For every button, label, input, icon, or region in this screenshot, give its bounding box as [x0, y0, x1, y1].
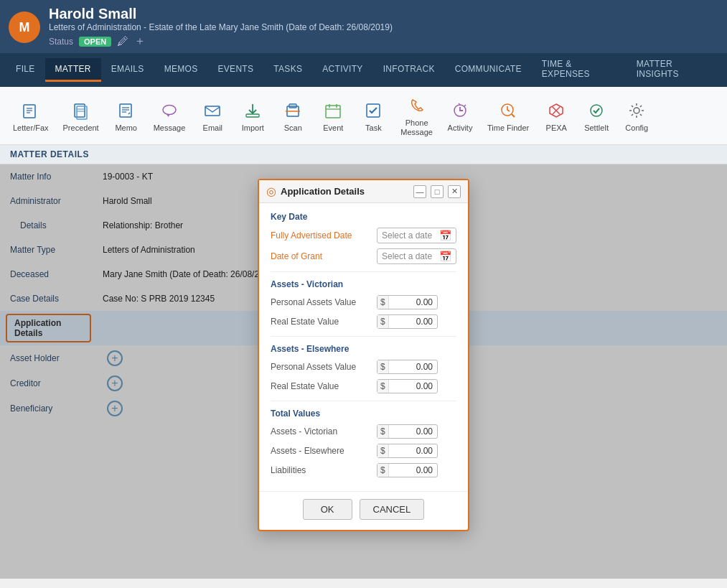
- activity-icon: [449, 99, 472, 122]
- app-title: Harold Small: [49, 6, 393, 22]
- divider-1: [271, 271, 456, 272]
- currency-symbol-2: $: [377, 315, 389, 328]
- nav-time-expenses[interactable]: TIME & EXPENSES: [532, 53, 627, 87]
- app-header: M Harold Small Letters of Administration…: [0, 0, 727, 53]
- total-else-row: Assets - Elsewhere $ 0.00: [271, 444, 456, 458]
- vic-personal-assets-row: Personal Assets Value $ 0.00: [271, 295, 456, 309]
- svg-rect-15: [246, 114, 259, 117]
- settleit-button[interactable]: SettleIt: [578, 96, 615, 136]
- total-else-label: Assets - Elsewhere: [271, 446, 377, 456]
- else-real-estate-value: 0.00: [389, 380, 437, 393]
- modal-titlebar: ◎ Application Details — □ ✕: [259, 180, 468, 203]
- section-title: MATTER DETAILS: [0, 145, 727, 164]
- modal-overlay: ◎ Application Details — □ ✕ Key Date Ful…: [0, 164, 727, 579]
- status-label: Status: [49, 37, 73, 47]
- config-button[interactable]: Config: [618, 96, 655, 136]
- scan-icon: [281, 99, 304, 122]
- else-personal-assets-row: Personal Assets Value $ 0.00: [271, 360, 456, 374]
- edit-icon[interactable]: 🖉: [117, 35, 128, 48]
- nav-file[interactable]: FILE: [6, 58, 45, 82]
- settleit-label: SettleIt: [584, 123, 609, 133]
- nav-matter[interactable]: MATTER: [45, 58, 101, 82]
- task-icon: [362, 99, 385, 122]
- time-finder-button[interactable]: Time Finder: [482, 96, 535, 136]
- nav-events[interactable]: EVENTS: [207, 58, 263, 82]
- ok-button[interactable]: OK: [303, 499, 352, 520]
- else-personal-assets-input[interactable]: $ 0.00: [377, 360, 438, 374]
- modal-maximize-button[interactable]: □: [431, 185, 444, 198]
- pexa-icon: [545, 99, 568, 122]
- svg-rect-8: [120, 104, 131, 117]
- liabilities-label: Liabilities: [271, 465, 377, 475]
- memo-label: Memo: [115, 123, 137, 133]
- total-else-value: 0.00: [389, 444, 437, 457]
- vic-real-estate-input[interactable]: $ 0.00: [377, 314, 438, 329]
- else-real-estate-input[interactable]: $ 0.00: [377, 379, 438, 393]
- total-values-section-label: Total Values: [271, 409, 456, 419]
- phone-message-button[interactable]: PhoneMessage: [395, 91, 438, 140]
- svg-rect-14: [205, 106, 220, 116]
- precedent-icon: [70, 99, 93, 122]
- letter-fax-label: Letter/Fax: [13, 123, 49, 133]
- app-title-block: Harold Small Letters of Administration -…: [49, 6, 393, 49]
- modal-title-left: ◎ Application Details: [266, 185, 365, 198]
- matter-content: Matter Info 19-0003 - KT Administrator H…: [0, 164, 727, 579]
- currency-symbol-4: $: [377, 380, 389, 393]
- email-button[interactable]: Email: [194, 96, 231, 136]
- config-label: Config: [625, 123, 648, 133]
- else-real-estate-label: Real Estate Value: [271, 381, 377, 391]
- config-icon: [625, 99, 648, 122]
- liabilities-row: Liabilities $ 0.00: [271, 463, 456, 477]
- message-button[interactable]: Message: [148, 96, 192, 136]
- pexa-label: PEXA: [546, 123, 567, 133]
- vic-real-estate-row: Real Estate Value $ 0.00: [271, 314, 456, 329]
- calendar-icon-2[interactable]: 📅: [439, 251, 451, 262]
- pexa-button[interactable]: PEXA: [538, 96, 575, 136]
- memo-button[interactable]: Memo: [108, 96, 145, 136]
- time-finder-label: Time Finder: [487, 123, 529, 133]
- import-icon: [241, 99, 264, 122]
- nav-emails[interactable]: EMAILS: [101, 58, 154, 82]
- app-subtitle: Letters of Administration - Estate of th…: [49, 22, 393, 32]
- scan-button[interactable]: Scan: [274, 96, 311, 136]
- svg-line-26: [512, 114, 515, 117]
- nav-tasks[interactable]: TASKS: [263, 58, 312, 82]
- nav-memos[interactable]: MEMOS: [154, 58, 208, 82]
- calendar-icon-1[interactable]: 📅: [439, 230, 451, 241]
- date-of-grant-input[interactable]: Select a date 📅: [377, 248, 456, 264]
- task-button[interactable]: Task: [355, 96, 392, 136]
- currency-symbol-3: $: [377, 360, 389, 373]
- fully-advertised-date-row: Fully Advertised Date Select a date 📅: [271, 228, 456, 243]
- modal-title-text: Application Details: [281, 186, 365, 197]
- activity-button[interactable]: Activity: [441, 96, 479, 136]
- application-details-modal: ◎ Application Details — □ ✕ Key Date Ful…: [258, 179, 469, 531]
- total-vic-value: 0.00: [389, 425, 437, 438]
- scan-label: Scan: [284, 123, 302, 133]
- import-button[interactable]: Import: [234, 96, 271, 136]
- nav-matter-insights[interactable]: MATTER INSIGHTS: [627, 53, 721, 87]
- modal-footer: OK CANCEL: [259, 491, 468, 530]
- fully-advertised-date-input[interactable]: Select a date 📅: [377, 228, 456, 243]
- precedent-button[interactable]: Precedent: [57, 96, 105, 136]
- message-icon: [158, 99, 181, 122]
- precedent-label: Precedent: [63, 123, 99, 133]
- modal-minimize-button[interactable]: —: [413, 185, 426, 198]
- modal-close-button[interactable]: ✕: [448, 185, 461, 198]
- liabilities-input: $ 0.00: [377, 463, 438, 477]
- add-icon[interactable]: ＋: [134, 34, 146, 49]
- vic-personal-assets-value: 0.00: [389, 296, 437, 309]
- nav-infotrack[interactable]: INFOTRACK: [373, 58, 445, 82]
- toolbar: Letter/Fax Precedent Memo Message Email …: [0, 87, 727, 145]
- cancel-button[interactable]: CANCEL: [360, 499, 425, 520]
- nav-communicate[interactable]: COMMUNICATE: [445, 58, 532, 82]
- letter-fax-button[interactable]: Letter/Fax: [7, 96, 55, 136]
- vic-personal-assets-input[interactable]: $ 0.00: [377, 295, 438, 309]
- event-label: Event: [323, 123, 343, 133]
- nav-activity[interactable]: ACTIVITY: [312, 58, 372, 82]
- event-button[interactable]: Event: [314, 96, 352, 136]
- currency-symbol-5: $: [377, 425, 389, 438]
- fully-advertised-date-label: Fully Advertised Date: [271, 230, 377, 241]
- email-icon: [201, 99, 224, 122]
- total-vic-input: $ 0.00: [377, 424, 438, 439]
- svg-point-13: [163, 105, 176, 114]
